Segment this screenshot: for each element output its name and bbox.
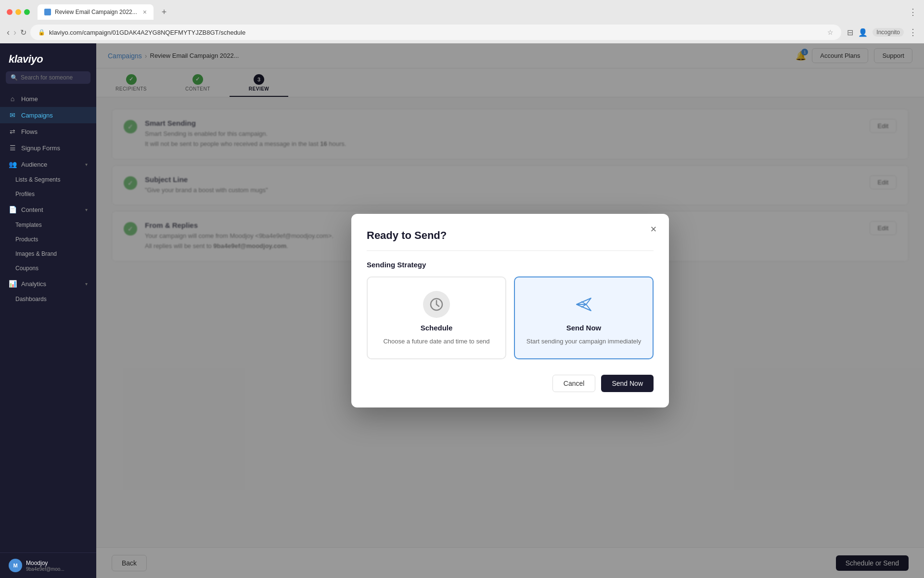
home-icon: ⌂ — [9, 95, 16, 103]
browser-tab[interactable]: Review Email Campaign 2022... × — [38, 4, 154, 20]
address-bar[interactable]: 🔒 klaviyo.com/campaign/01GDAK4A2YG8NQEFM… — [30, 25, 841, 40]
app-wrapper: klaviyo 🔍 ⌂ Home ✉ Campaigns ⇄ Flows ☰ S… — [0, 43, 924, 578]
tab-favicon — [44, 9, 51, 15]
flows-icon: ⇄ — [9, 128, 16, 135]
ready-to-send-modal: Ready to Send? × Sending Strategy — [351, 214, 669, 407]
sidebar-item-analytics[interactable]: 📊 Analytics ▾ — [0, 276, 96, 292]
sidebar-item-label: Lists & Segments — [15, 176, 60, 183]
sidebar: klaviyo 🔍 ⌂ Home ✉ Campaigns ⇄ Flows ☰ S… — [0, 43, 96, 578]
sidebar-item-products[interactable]: Products — [0, 232, 96, 247]
sidebar-logo: klaviyo — [0, 43, 96, 71]
modal-overlay: Ready to Send? × Sending Strategy — [96, 43, 924, 578]
expand-icon: ▾ — [85, 162, 88, 167]
modal-send-now-button[interactable]: Send Now — [601, 375, 654, 392]
send-now-card[interactable]: Send Now Start sending your campaign imm… — [514, 276, 654, 359]
strategy-cards: Schedule Choose a future date and time t… — [367, 276, 654, 359]
schedule-card-title: Schedule — [421, 324, 453, 332]
sidebar-item-lists-segments[interactable]: Lists & Segments — [0, 172, 96, 187]
sidebar-item-templates[interactable]: Templates — [0, 218, 96, 232]
user-info: Moodjoy 9ba4e9ef@moo... — [26, 560, 64, 572]
signup-forms-icon: ☰ — [9, 144, 16, 152]
forward-nav-button[interactable]: › — [13, 27, 16, 38]
sidebar-item-home[interactable]: ⌂ Home — [0, 91, 96, 107]
url-text[interactable]: klaviyo.com/campaign/01GDAK4A2YG8NQEFMYT… — [49, 29, 823, 36]
modal-cancel-button[interactable]: Cancel — [552, 375, 596, 392]
svg-line-2 — [436, 304, 439, 306]
user-name: Moodjoy — [26, 560, 64, 566]
sidebar-item-coupons[interactable]: Coupons — [0, 261, 96, 276]
sidebar-nav: ⌂ Home ✉ Campaigns ⇄ Flows ☰ Signup Form… — [0, 91, 96, 552]
search-icon: 🔍 — [11, 74, 18, 81]
paper-plane-icon — [574, 294, 594, 315]
reload-nav-button[interactable]: ↻ — [20, 28, 26, 37]
sidebar-item-label: Products — [15, 236, 38, 243]
sidebar-item-content[interactable]: 📄 Content ▾ — [0, 201, 96, 218]
tab-close-icon[interactable]: × — [143, 8, 147, 16]
modal-close-button[interactable]: × — [647, 223, 660, 236]
close-dot[interactable] — [7, 9, 13, 15]
browser-more-icon[interactable]: ⋮ — [909, 7, 917, 17]
clock-icon — [429, 297, 444, 312]
user-email: 9ba4e9ef@moo... — [26, 566, 64, 572]
sidebar-item-profiles[interactable]: Profiles — [0, 187, 96, 201]
sidebar-item-images-brand[interactable]: Images & Brand — [0, 247, 96, 261]
modal-divider — [367, 250, 654, 251]
sidebar-item-label: Flows — [21, 128, 38, 135]
audience-icon: 👥 — [9, 160, 16, 168]
bookmark-icon[interactable]: ⊟ — [847, 28, 853, 37]
expand-icon: ▾ — [85, 207, 88, 212]
sidebar-item-label: Dashboards — [15, 296, 47, 302]
star-icon[interactable]: ☆ — [827, 28, 834, 36]
send-now-card-icon — [570, 291, 597, 318]
sidebar-item-label: Home — [21, 95, 38, 103]
sidebar-item-label: Campaigns — [21, 112, 53, 119]
main-content: Campaigns › Review Email Campaign 2022..… — [96, 43, 924, 578]
sidebar-item-label: Analytics — [21, 280, 46, 288]
modal-title: Ready to Send? — [367, 229, 654, 242]
send-now-card-desc: Start sending your campaign immediately — [526, 338, 641, 345]
sidebar-item-label: Audience — [21, 161, 47, 168]
sidebar-item-label: Profiles — [15, 191, 35, 197]
schedule-card-icon — [423, 291, 450, 318]
sidebar-user[interactable]: M Moodjoy 9ba4e9ef@moo... — [0, 552, 96, 578]
account-icon[interactable]: 👤 — [858, 28, 868, 37]
lock-icon: 🔒 — [38, 29, 45, 36]
sidebar-search[interactable]: 🔍 — [6, 71, 90, 84]
schedule-card[interactable]: Schedule Choose a future date and time t… — [367, 276, 506, 359]
modal-section-title: Sending Strategy — [367, 261, 654, 269]
sidebar-item-label: Content — [21, 206, 43, 213]
incognito-label: Incognito — [873, 28, 904, 37]
tab-title: Review Email Campaign 2022... — [55, 9, 137, 15]
analytics-icon: 📊 — [9, 280, 16, 288]
sidebar-item-dashboards[interactable]: Dashboards — [0, 292, 96, 306]
send-now-card-title: Send Now — [566, 324, 602, 332]
sidebar-item-label: Templates — [15, 222, 42, 228]
extensions-area: ⊟ 👤 Incognito ⋮ — [847, 27, 917, 38]
expand-icon: ▾ — [85, 281, 88, 287]
browser-chrome: Review Email Campaign 2022... × + ⋮ ‹ › … — [0, 0, 924, 43]
modal-footer: Cancel Send Now — [367, 375, 654, 392]
browser-dots — [7, 9, 30, 15]
sidebar-item-signup-forms[interactable]: ☰ Signup Forms — [0, 140, 96, 156]
minimize-dot[interactable] — [15, 9, 21, 15]
search-input[interactable] — [21, 74, 86, 81]
sidebar-item-label: Images & Brand — [15, 250, 57, 257]
content-icon: 📄 — [9, 206, 16, 213]
schedule-card-desc: Choose a future date and time to send — [383, 338, 489, 345]
sidebar-item-audience[interactable]: 👥 Audience ▾ — [0, 156, 96, 172]
new-tab-button[interactable]: + — [157, 5, 171, 19]
menu-icon[interactable]: ⋮ — [909, 27, 917, 38]
sidebar-item-campaigns[interactable]: ✉ Campaigns — [0, 107, 96, 123]
sidebar-item-label: Signup Forms — [21, 144, 60, 152]
logo-text: klaviyo — [9, 53, 43, 65]
fullscreen-dot[interactable] — [24, 9, 30, 15]
user-avatar: M — [9, 559, 22, 572]
campaigns-icon: ✉ — [9, 111, 16, 119]
back-nav-button[interactable]: ‹ — [7, 27, 10, 38]
sidebar-item-flows[interactable]: ⇄ Flows — [0, 123, 96, 140]
sidebar-item-label: Coupons — [15, 265, 38, 272]
